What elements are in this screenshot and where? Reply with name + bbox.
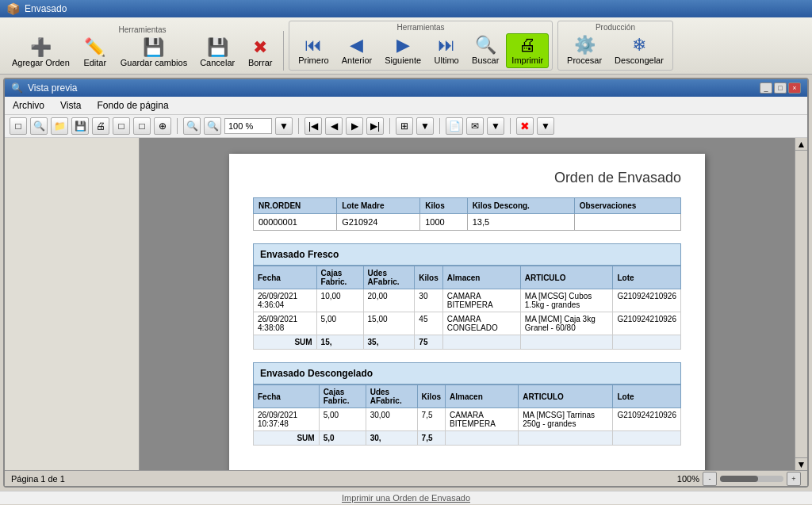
pt-btn-close[interactable]: ✖ xyxy=(516,117,534,135)
fresco-sum-kilos: 75 xyxy=(415,335,442,350)
pt-btn-extra[interactable]: ▼ xyxy=(537,117,554,135)
fresco-r1-lote: G210924210926 xyxy=(613,289,681,312)
fresco-sum-empty2 xyxy=(520,335,613,350)
pt-btn-zoom-in[interactable]: 🔍 xyxy=(204,117,221,135)
fresco-r2-udes: 15,00 xyxy=(363,312,415,335)
pt-btn-view1[interactable]: ⊞ xyxy=(396,117,413,135)
btn-imprimir-label: Imprimir xyxy=(511,55,543,65)
scroll-down-btn[interactable]: ▼ xyxy=(795,457,807,470)
fresco-r1-almacen: CAMARA BITEMPERA xyxy=(442,289,520,312)
bottom-hint-text: Imprimir una Orden de Envasado xyxy=(342,493,470,503)
fresco-r1-kilos: 30 xyxy=(415,289,442,312)
menu-archivo[interactable]: Archivo xyxy=(10,98,48,113)
primero-icon: ⏮ xyxy=(304,36,322,54)
app-icon: 📦 xyxy=(6,2,20,15)
btn-ultimo[interactable]: ⏭ Ultimo xyxy=(428,33,465,68)
fresco-sum-empty1 xyxy=(442,335,520,350)
pt-btn-mail-drop[interactable]: ▼ xyxy=(487,117,504,135)
pt-btn-zoom-out[interactable]: 🔍 xyxy=(183,117,201,135)
fresco-sum-label: SUM xyxy=(254,335,317,350)
borrar-icon: ✖ xyxy=(253,39,267,56)
fresco-r1-cajas: 10,00 xyxy=(316,289,363,312)
desc-sum-kilos: 7,5 xyxy=(417,431,445,446)
btn-imprimir[interactable]: 🖨 Imprimir xyxy=(506,33,549,68)
menu-vista[interactable]: Vista xyxy=(57,98,84,113)
agregar-icon: ➕ xyxy=(30,39,52,56)
btn-procesar[interactable]: ⚙️ Procesar xyxy=(561,33,607,68)
desc-th-almacen: Almacen xyxy=(446,385,519,408)
btn-siguiente[interactable]: ▶ Siguiente xyxy=(379,33,427,68)
guardar-icon: 💾 xyxy=(143,39,164,56)
desc-r1-fecha: 26/09/2021 10:37:48 xyxy=(254,408,320,431)
siguiente-icon: ▶ xyxy=(396,36,410,54)
btn-agregar-orden[interactable]: ➕ Agregar Orden xyxy=(6,36,75,71)
menu-fondo[interactable]: Fondo de página xyxy=(94,98,171,113)
fresco-r2-kilos: 45 xyxy=(415,312,442,335)
fresco-th-udes: Udes AFabric. xyxy=(363,266,415,289)
scroll-up-btn[interactable]: ▲ xyxy=(795,138,807,151)
desc-sum-empty1 xyxy=(446,431,519,446)
pt-btn-mail[interactable]: ✉ xyxy=(466,117,484,135)
fresco-th-fecha: Fecha xyxy=(254,266,317,289)
pt-btn-3[interactable]: 📁 xyxy=(51,117,68,135)
btn-buscar[interactable]: 🔍 Buscar xyxy=(466,33,504,68)
btn-anterior[interactable]: ◀ Anterior xyxy=(336,33,378,68)
minimize-btn[interactable]: _ xyxy=(760,82,772,94)
btn-guardar[interactable]: 💾 Guardar cambios xyxy=(115,36,193,71)
td-kilos: 1000 xyxy=(420,214,467,231)
descongelado-table: Fecha Cajas Fabric. Udes AFabric. Kilos … xyxy=(253,384,681,446)
pt-sep-2 xyxy=(298,118,299,134)
bottom-hint-bar: Imprimir una Orden de Envasado xyxy=(0,491,812,504)
pt-sep-5 xyxy=(510,118,511,134)
btn-editar[interactable]: ✏️ Editar xyxy=(77,36,113,71)
btn-borrar[interactable]: ✖ Borrar xyxy=(242,36,278,71)
window-controls[interactable]: _ □ × xyxy=(760,82,801,94)
doc-title: Orden de Envasado xyxy=(253,170,681,186)
pt-btn-5[interactable]: □ xyxy=(113,117,130,135)
produccion-label: Producción xyxy=(596,23,635,32)
fresco-th-kilos: Kilos xyxy=(415,266,442,289)
pt-btn-last[interactable]: ▶| xyxy=(366,117,384,135)
pt-btn-2[interactable]: 🔍 xyxy=(30,117,48,135)
btn-borrar-label: Borrar xyxy=(248,58,273,67)
zoom-plus[interactable]: + xyxy=(787,472,801,486)
td-kilos-descong: 13,5 xyxy=(467,214,574,231)
desc-r1-cajas: 5,00 xyxy=(319,408,366,431)
pt-btn-copy[interactable]: 📄 xyxy=(446,117,463,135)
desc-th-articulo: ARTICULO xyxy=(519,385,613,408)
pt-btn-7[interactable]: ⊕ xyxy=(154,117,171,135)
main-info-table: NR.ORDEN Lote Madre Kilos Kilos Descong.… xyxy=(253,197,681,231)
btn-cancelar[interactable]: 💾 Cancelar xyxy=(194,36,240,71)
zoom-value: 100% xyxy=(677,474,699,484)
preview-scrollbar[interactable]: ▲ ▼ xyxy=(795,138,807,470)
imprimir-icon: 🖨 xyxy=(519,36,536,54)
pt-btn-next[interactable]: ▶ xyxy=(346,117,363,135)
btn-primero[interactable]: ⏮ Primero xyxy=(293,33,335,68)
zoom-minus[interactable]: - xyxy=(703,472,717,486)
desc-r1-almacen: CAMARA BITEMPERA xyxy=(446,408,519,431)
fresco-r1-fecha: 26/09/2021 4:36:04 xyxy=(254,289,317,312)
th-kilos-descong: Kilos Descong. xyxy=(467,198,574,214)
pt-btn-print[interactable]: 🖨 xyxy=(92,117,109,135)
pt-btn-view2[interactable]: ▼ xyxy=(416,117,434,135)
pt-btn-4[interactable]: 💾 xyxy=(71,117,89,135)
pt-btn-zoom-drop[interactable]: ▼ xyxy=(275,117,293,135)
close-btn[interactable]: × xyxy=(788,82,801,94)
preview-content[interactable]: Orden de Envasado NR.ORDEN Lote Madre Ki… xyxy=(140,138,795,470)
maximize-btn[interactable]: □ xyxy=(774,82,787,94)
cancelar-icon: 💾 xyxy=(207,39,228,56)
desc-sum-udes: 30, xyxy=(366,431,417,446)
btn-descongelar[interactable]: ❄ Descongelar xyxy=(609,33,669,68)
pt-btn-prev[interactable]: ◀ xyxy=(325,117,343,135)
btn-anterior-label: Anterior xyxy=(342,55,373,65)
pt-btn-first[interactable]: |◀ xyxy=(304,117,322,135)
zoom-input[interactable]: 100 % xyxy=(224,118,272,134)
procesar-icon: ⚙️ xyxy=(574,36,596,54)
fresco-r1-articulo: MA [MCSG] Cubos 1.5kg - grandes xyxy=(520,289,613,312)
th-kilos: Kilos xyxy=(420,198,467,214)
pt-btn-1[interactable]: □ xyxy=(10,117,27,135)
app-title-bar: 📦 Envasado xyxy=(0,0,812,17)
document-page: Orden de Envasado NR.ORDEN Lote Madre Ki… xyxy=(229,154,705,470)
pt-btn-6[interactable]: □ xyxy=(133,117,151,135)
td-observaciones xyxy=(574,214,680,231)
